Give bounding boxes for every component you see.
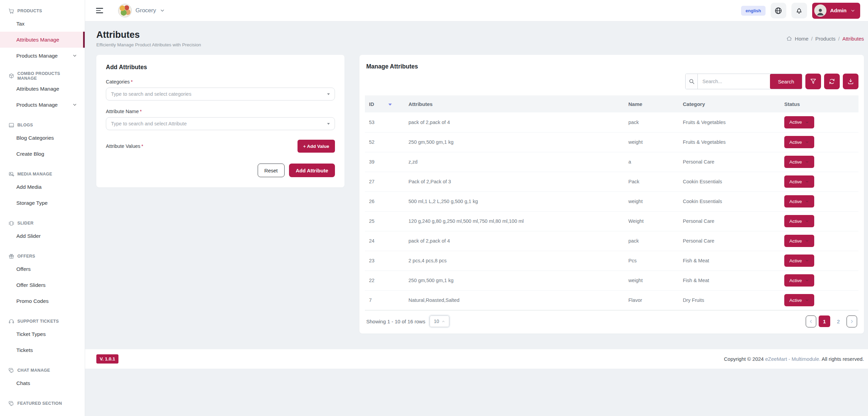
- topbar-right: english Admin: [741, 3, 860, 19]
- cell-status: Active: [780, 251, 858, 271]
- categories-select[interactable]: Type to search and select categories: [106, 88, 335, 101]
- filter-button[interactable]: [805, 74, 821, 89]
- cards-row: Add Attributes Categories* Type to searc…: [96, 55, 864, 334]
- sidebar-item-promo-codes[interactable]: Promo Codes: [0, 293, 85, 309]
- next-page-button[interactable]: [847, 315, 857, 327]
- sidebar-item-offer-sliders[interactable]: Offer Sliders: [0, 277, 85, 293]
- breadcrumb-products[interactable]: Products: [811, 36, 835, 42]
- status-dropdown[interactable]: Active: [784, 136, 814, 148]
- sidebar-item-blog-categories[interactable]: Blog Categories: [0, 130, 85, 146]
- chevron-up-icon: [441, 320, 445, 323]
- required-marker: *: [140, 109, 142, 114]
- app-root: PRODUCTSTaxAttributes ManageProducts Man…: [0, 0, 868, 416]
- admin-menu-button[interactable]: Admin: [812, 3, 860, 19]
- store-switcher[interactable]: Grocery: [118, 4, 165, 17]
- sidebar-item-products-manage[interactable]: Products Manage: [0, 97, 85, 113]
- sidebar-item-storage-type[interactable]: Storage Type: [0, 195, 85, 211]
- cell-category: Cookin Essentials: [679, 191, 780, 211]
- header-attributes[interactable]: Attributes: [404, 95, 624, 112]
- header-category[interactable]: Category: [679, 95, 780, 112]
- copyright-link[interactable]: eZeeMart - Multimodule.: [765, 356, 821, 362]
- sidebar-item-attributes-manage[interactable]: Attributes Manage: [0, 32, 85, 48]
- table-row: 22250 gm,500 gm,1 kgweightFish & MeatAct…: [365, 271, 858, 290]
- status-dropdown[interactable]: Active: [784, 195, 814, 207]
- sidebar-section-products: PRODUCTSTaxAttributes ManageProducts Man…: [0, 6, 85, 64]
- cell-status: Active: [780, 271, 858, 290]
- sidebar-item-tax[interactable]: Tax: [0, 16, 85, 32]
- cell-id: 52: [365, 132, 404, 152]
- cell-status: Active: [780, 152, 858, 172]
- status-dropdown[interactable]: Active: [784, 235, 814, 247]
- sidebar-item-attributes-manage[interactable]: Attributes Manage: [0, 81, 85, 97]
- cell-attributes: 120 g,240 g,80 g,250 ml,500 ml,750 ml,80…: [404, 211, 624, 231]
- sidebar: PRODUCTSTaxAttributes ManageProducts Man…: [0, 0, 85, 416]
- page-subtitle: Efficiently Manage Product Attributes wi…: [96, 42, 201, 47]
- language-badge[interactable]: english: [741, 6, 766, 16]
- chevron-down-icon: [805, 199, 809, 203]
- sidebar-item-create-blog[interactable]: Create Blog: [0, 146, 85, 162]
- header-id[interactable]: ID: [365, 95, 404, 112]
- add-attribute-button[interactable]: Add Attribute: [289, 164, 335, 177]
- sidebar-item-products-manage[interactable]: Products Manage: [0, 48, 85, 64]
- header-name[interactable]: Name: [624, 95, 679, 112]
- sidebar-section-header: COMBO PRODUCTS MANAGE: [0, 71, 85, 81]
- manage-header: Manage Attributes: [365, 63, 858, 70]
- cell-name: weight: [624, 271, 679, 290]
- page-button-1[interactable]: 1: [819, 315, 830, 327]
- sidebar-item-chats[interactable]: Chats: [0, 375, 85, 391]
- chevron-down-icon: [805, 239, 809, 243]
- sidebar-item-add-media[interactable]: Add Media: [0, 179, 85, 195]
- add-value-button[interactable]: + Add Value: [298, 140, 335, 153]
- refresh-button[interactable]: [824, 74, 840, 89]
- cell-id: 39: [365, 152, 404, 172]
- table-row: 27Pack of 2,Pack of 3PackCookin Essentia…: [365, 172, 858, 191]
- avatar: [814, 4, 826, 17]
- cell-name: weight: [624, 132, 679, 152]
- attribute-name-select[interactable]: Type to search and select Attribute: [106, 117, 335, 130]
- sidebar-item-add-slider[interactable]: Add Slider: [0, 228, 85, 244]
- sidebar-section-chat-manage: CHAT MANAGEChats: [0, 366, 85, 391]
- chevron-down-icon: [805, 259, 809, 263]
- sidebar-item-offers[interactable]: Offers: [0, 261, 85, 277]
- status-dropdown[interactable]: Active: [784, 274, 814, 287]
- attribute-values-label: Attribute Values*: [106, 143, 143, 149]
- notifications-button[interactable]: [791, 3, 807, 18]
- status-dropdown[interactable]: Active: [784, 175, 814, 188]
- topbar-left: Grocery: [95, 4, 165, 17]
- prev-page-button[interactable]: [806, 315, 816, 327]
- status-dropdown[interactable]: Active: [784, 116, 814, 128]
- breadcrumb: Home Products Attributes: [786, 36, 864, 42]
- store-name: Grocery: [135, 7, 156, 14]
- form-actions: Reset Add Attribute: [106, 164, 335, 177]
- sidebar-section-combo-products-manage: COMBO PRODUCTS MANAGEAttributes ManagePr…: [0, 71, 85, 113]
- headset-icon: [9, 319, 14, 324]
- sidebar-toggle-button[interactable]: [95, 6, 105, 15]
- page-button-2[interactable]: 2: [833, 315, 844, 327]
- search-button[interactable]: Search: [770, 74, 802, 89]
- showing-label: Showing 1 - 10 of 16 rows: [366, 319, 425, 324]
- sidebar-item-ticket-types[interactable]: Ticket Types: [0, 326, 85, 342]
- export-button[interactable]: [843, 74, 858, 89]
- status-dropdown[interactable]: Active: [784, 215, 814, 227]
- status-dropdown[interactable]: Active: [784, 294, 814, 306]
- box-icon: [9, 73, 14, 79]
- cell-name: a: [624, 152, 679, 172]
- attribute-name-placeholder: Type to search and select Attribute: [111, 121, 187, 126]
- download-icon: [847, 78, 854, 85]
- filter-icon: [810, 78, 817, 85]
- cell-status: Active: [780, 132, 858, 152]
- cell-id: 53: [365, 112, 404, 132]
- search-input[interactable]: [698, 74, 770, 89]
- cell-id: 23: [365, 251, 404, 271]
- status-dropdown[interactable]: Active: [784, 156, 814, 168]
- sidebar-item-tickets[interactable]: Tickets: [0, 342, 85, 358]
- cell-category: Dry Fruits: [679, 290, 780, 310]
- header-status[interactable]: Status: [780, 95, 858, 112]
- sidebar-section-header: SUPPORT TICKETS: [0, 317, 85, 326]
- language-globe-button[interactable]: [771, 3, 786, 18]
- status-dropdown[interactable]: Active: [784, 255, 814, 267]
- sidebar-section-header: MEDIA MANAGE: [0, 169, 85, 179]
- breadcrumb-home[interactable]: Home: [795, 36, 808, 42]
- page-size-dropdown[interactable]: 10: [430, 315, 449, 327]
- reset-button[interactable]: Reset: [258, 164, 285, 177]
